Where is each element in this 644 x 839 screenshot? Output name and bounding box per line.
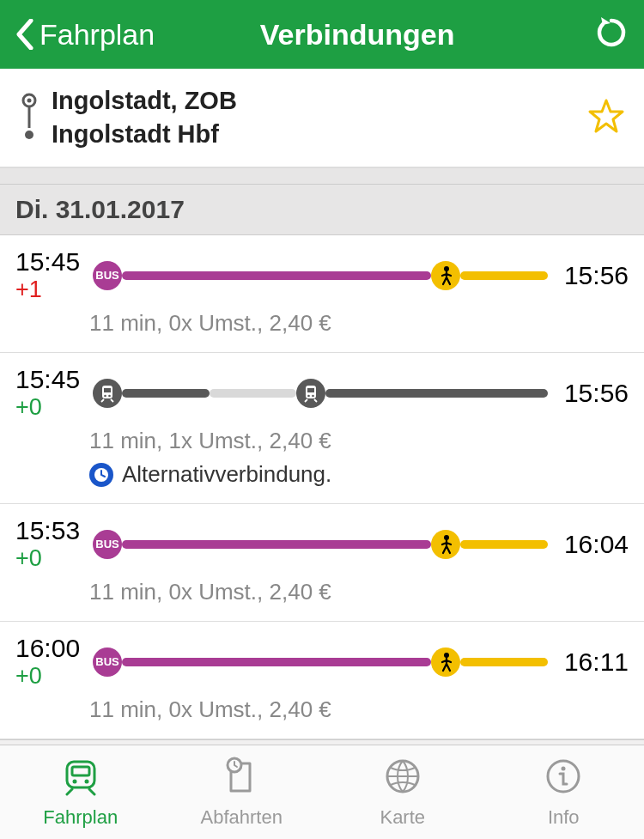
- app-header: Fahrplan Verbindungen: [0, 0, 644, 69]
- svg-rect-17: [72, 767, 89, 775]
- star-icon: [587, 97, 625, 135]
- tab-departures[interactable]: Abfahrten: [161, 745, 323, 839]
- alternative-label: Alternativverbindung.: [122, 461, 331, 488]
- trip-row[interactable]: 15:45+015:5611 min, 1x Umst., 2,40 €Alte…: [0, 353, 644, 504]
- segment-bus: [122, 540, 431, 549]
- trip-summary: 11 min, 0x Umst., 2,40 €: [89, 579, 629, 605]
- tab-label: Fahrplan: [43, 806, 118, 829]
- svg-point-7: [104, 394, 106, 397]
- walk-icon: [431, 530, 460, 559]
- svg-point-18: [72, 779, 76, 783]
- info-icon: [541, 757, 586, 801]
- route-from: Ingolstadt, ZOB: [52, 84, 587, 118]
- date-header: Di. 31.01.2017: [0, 185, 644, 235]
- train-icon: [93, 379, 122, 408]
- svg-point-23: [562, 766, 566, 770]
- tab-bar: FahrplanAbfahrtenKarteInfo: [0, 745, 644, 839]
- svg-point-12: [312, 394, 314, 397]
- arrival-time: 16:04: [551, 530, 629, 559]
- bus-icon: BUS: [93, 647, 122, 677]
- tab-map[interactable]: Karte: [322, 745, 483, 839]
- trip-summary: 11 min, 0x Umst., 2,40 €: [89, 310, 629, 337]
- favorite-button[interactable]: [587, 97, 625, 138]
- svg-point-19: [84, 779, 88, 783]
- train-icon: [296, 379, 325, 408]
- alternative-row: Alternativverbindung.: [89, 461, 629, 488]
- route-dots-icon: [19, 92, 39, 143]
- departure-time: 15:45: [15, 365, 89, 394]
- departure-time: 15:45: [15, 247, 89, 277]
- tab-info[interactable]: Info: [483, 745, 645, 839]
- trip-segments: BUS: [89, 647, 551, 677]
- svg-point-8: [108, 394, 111, 397]
- delay-indicator: +1: [15, 277, 89, 303]
- segment-bus: [122, 658, 431, 666]
- departures-icon: [219, 757, 264, 801]
- trip-row[interactable]: 15:53+0BUS16:0411 min, 0x Umst., 2,40 €: [0, 504, 644, 622]
- schedule-icon: [58, 757, 103, 801]
- trip-row[interactable]: 15:45+1BUS15:5611 min, 0x Umst., 2,40 €: [0, 235, 644, 353]
- svg-rect-6: [104, 388, 111, 392]
- page-title: Verbindungen: [120, 18, 594, 52]
- segment-walk: [460, 540, 548, 549]
- clock-icon: [89, 463, 113, 487]
- arrival-time: 15:56: [551, 261, 629, 290]
- trip-row[interactable]: 16:00+0BUS16:1111 min, 0x Umst., 2,40 €: [0, 622, 644, 739]
- tab-schedule[interactable]: Fahrplan: [0, 745, 161, 839]
- segment-train: [325, 389, 548, 398]
- trip-summary: 11 min, 1x Umst., 2,40 €: [89, 428, 629, 454]
- trip-segments: BUS: [89, 261, 551, 290]
- route-to: Ingolstadt Hbf: [52, 118, 587, 151]
- arrival-time: 15:56: [551, 379, 629, 408]
- departure-time: 16:00: [15, 634, 89, 663]
- svg-point-3: [25, 131, 33, 139]
- walk-icon: [431, 261, 460, 290]
- map-icon: [380, 757, 425, 801]
- segment-gap: [210, 389, 297, 398]
- bus-icon: BUS: [93, 530, 122, 559]
- bus-icon: BUS: [93, 261, 122, 290]
- separator: [0, 167, 644, 185]
- svg-rect-10: [307, 388, 314, 392]
- segment-train: [122, 389, 210, 398]
- trip-segments: [89, 379, 551, 408]
- tab-label: Info: [548, 806, 580, 829]
- segment-walk: [460, 271, 548, 280]
- arrival-time: 16:11: [551, 647, 629, 677]
- segment-walk: [460, 658, 548, 666]
- trip-segments: BUS: [89, 530, 551, 559]
- trip-summary: 11 min, 0x Umst., 2,40 €: [89, 696, 629, 723]
- svg-point-1: [27, 99, 32, 103]
- delay-indicator: +0: [15, 394, 89, 421]
- refresh-button[interactable]: [594, 15, 629, 53]
- route-text: Ingolstadt, ZOB Ingolstadt Hbf: [52, 84, 587, 151]
- svg-point-11: [307, 394, 310, 397]
- segment-bus: [122, 271, 431, 280]
- chevron-left-icon: [15, 19, 34, 50]
- delay-indicator: +0: [15, 545, 89, 572]
- tab-label: Abfahrten: [201, 806, 283, 829]
- refresh-icon: [594, 15, 629, 50]
- delay-indicator: +0: [15, 663, 89, 690]
- tab-label: Karte: [380, 806, 425, 829]
- route-summary[interactable]: Ingolstadt, ZOB Ingolstadt Hbf: [0, 69, 644, 167]
- walk-icon: [431, 647, 460, 677]
- departure-time: 15:53: [15, 516, 89, 545]
